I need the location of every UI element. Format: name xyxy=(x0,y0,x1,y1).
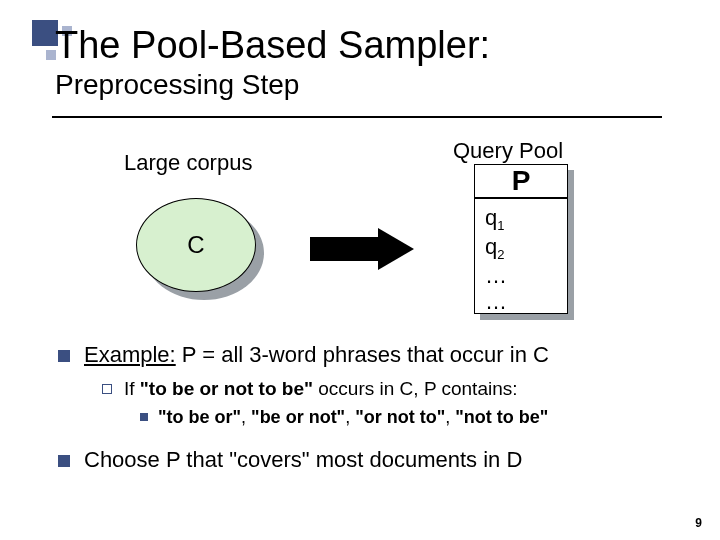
pool-item-ell1: … xyxy=(485,263,557,289)
example-underline: Example: xyxy=(84,342,176,367)
if-pre: If xyxy=(124,378,140,399)
title-line1: The Pool-Based Sampler: xyxy=(55,24,680,67)
pool-letter: P xyxy=(512,165,531,197)
sep2: , xyxy=(345,407,355,427)
corpus-oval-shape: C xyxy=(136,198,256,292)
large-corpus-label: Large corpus xyxy=(124,150,252,176)
query-pool-label: Query Pool xyxy=(453,138,563,164)
bullet-choose: Choose P that "covers" most documents in… xyxy=(58,447,680,473)
phrase-3: "or not to" xyxy=(355,407,445,427)
q1-base: q xyxy=(485,205,497,230)
corpus-oval: C xyxy=(136,198,264,300)
pool-item-ell2: … xyxy=(485,289,557,315)
small-square-icon xyxy=(140,413,148,421)
bullet-example: Example: P = all 3-word phrases that occ… xyxy=(58,342,680,368)
example-rest: P = all 3-word phrases that occur in C xyxy=(176,342,549,367)
pool-list-body: q1 q2 … … xyxy=(474,198,568,314)
q2-base: q xyxy=(485,234,497,259)
phrase-2: "be or not" xyxy=(251,407,345,427)
query-pool-box: P q1 q2 … … xyxy=(474,164,574,314)
bullet-square-icon xyxy=(58,350,70,362)
pool-item-q1: q1 xyxy=(485,205,557,234)
choose-text: Choose P that "covers" most documents in… xyxy=(84,447,522,473)
sub-bullet-if: If "to be or not to be" occurs in C, P c… xyxy=(102,378,680,400)
arrow-head xyxy=(378,228,414,270)
corpus-letter: C xyxy=(187,231,204,259)
bullet-square-icon-2 xyxy=(58,455,70,467)
page-number: 9 xyxy=(695,516,702,530)
q1-sub: 1 xyxy=(497,218,504,233)
phrase-4: "not to be" xyxy=(455,407,548,427)
pool-list-box: q1 q2 … … xyxy=(474,198,574,314)
bullet-list: Example: P = all 3-word phrases that occ… xyxy=(58,342,680,473)
hollow-square-icon xyxy=(102,384,112,394)
title-block: The Pool-Based Sampler: Preprocessing St… xyxy=(55,24,680,101)
if-phrase: "to be or not to be" xyxy=(140,378,313,399)
arrow-shaft xyxy=(310,237,380,261)
phrase-1: "to be or" xyxy=(158,407,241,427)
if-post: occurs in C, P contains: xyxy=(313,378,518,399)
bullet-example-text: Example: P = all 3-word phrases that occ… xyxy=(84,342,549,368)
pool-item-q2: q2 xyxy=(485,234,557,263)
pool-header: P xyxy=(474,164,568,198)
arrow-icon xyxy=(310,228,420,270)
sep1: , xyxy=(241,407,251,427)
slide: The Pool-Based Sampler: Preprocessing St… xyxy=(0,0,720,540)
if-text: If "to be or not to be" occurs in C, P c… xyxy=(124,378,518,400)
title-line2: Preprocessing Step xyxy=(55,69,680,101)
sub-bullet-phrases: "to be or", "be or not", "or not to", "n… xyxy=(140,406,680,429)
q2-sub: 2 xyxy=(497,247,504,262)
pool-header-box: P xyxy=(474,164,574,198)
sep3: , xyxy=(445,407,455,427)
title-underline xyxy=(52,116,662,118)
phrase-list: "to be or", "be or not", "or not to", "n… xyxy=(158,406,548,429)
